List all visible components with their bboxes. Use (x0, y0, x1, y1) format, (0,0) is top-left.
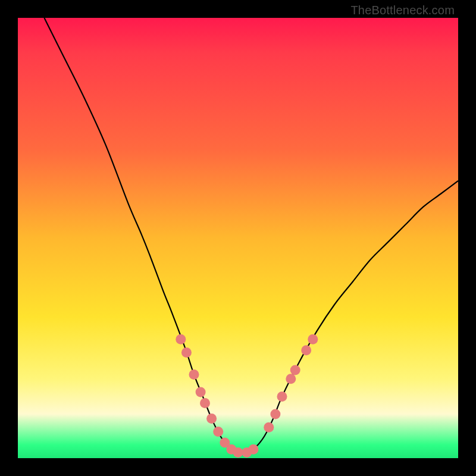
marker-dot (264, 422, 274, 433)
marker-dot (301, 345, 311, 355)
marker-dot (176, 334, 186, 345)
curve-markers (176, 334, 318, 458)
marker-dot (286, 374, 296, 384)
marker-dot (189, 369, 199, 380)
marker-dot (213, 427, 223, 437)
marker-dot (290, 365, 300, 375)
marker-dot (308, 334, 318, 345)
marker-dot (200, 398, 210, 408)
marker-dot (206, 414, 217, 424)
watermark-text: TheBottleneck.com (350, 4, 455, 17)
bottleneck-curve (44, 18, 458, 453)
marker-dot (248, 444, 258, 455)
marker-dot (196, 387, 206, 397)
chart-overlay (18, 18, 458, 458)
plot-area (18, 18, 458, 458)
marker-dot (233, 447, 243, 458)
marker-dot (181, 347, 192, 358)
marker-dot (270, 409, 280, 419)
marker-dot (277, 392, 287, 402)
chart-frame: TheBottleneck.com (0, 0, 476, 476)
